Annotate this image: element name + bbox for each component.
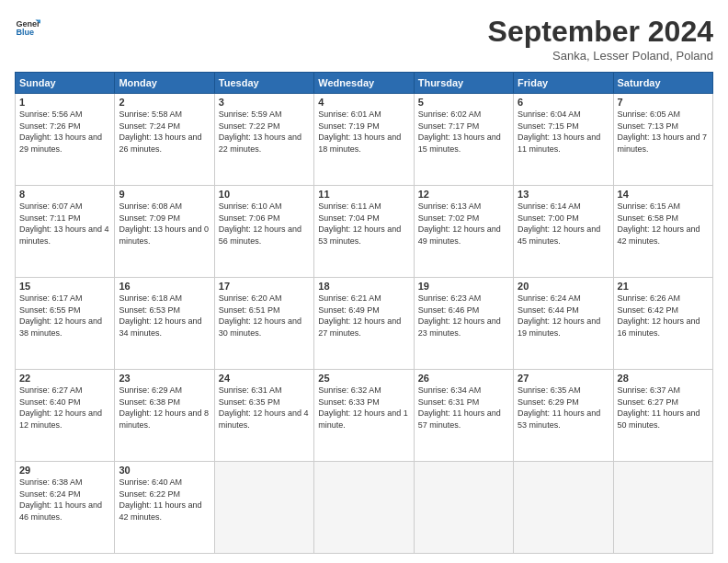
header-monday: Monday (115, 73, 214, 94)
day-info: Sunrise: 6:05 AM Sunset: 7:13 PM Dayligh… (618, 109, 709, 155)
day-info: Sunrise: 6:38 AM Sunset: 6:24 PM Dayligh… (19, 477, 110, 523)
day-info: Sunrise: 6:40 AM Sunset: 6:22 PM Dayligh… (119, 477, 210, 523)
header-thursday: Thursday (414, 73, 513, 94)
calendar-day-cell: 2Sunrise: 5:58 AM Sunset: 7:24 PM Daylig… (115, 94, 214, 186)
subtitle: Sanka, Lesser Poland, Poland (488, 49, 713, 63)
day-info: Sunrise: 6:18 AM Sunset: 6:53 PM Dayligh… (119, 293, 210, 339)
day-info: Sunrise: 6:26 AM Sunset: 6:42 PM Dayligh… (618, 293, 709, 339)
day-number: 26 (418, 373, 509, 384)
calendar-week-row: 22Sunrise: 6:27 AM Sunset: 6:40 PM Dayli… (16, 370, 713, 462)
header: General Blue September 2024 Sanka, Lesse… (15, 15, 713, 63)
day-info: Sunrise: 6:24 AM Sunset: 6:44 PM Dayligh… (518, 293, 609, 339)
day-number: 28 (618, 373, 709, 384)
day-number: 29 (19, 465, 110, 476)
day-number: 11 (318, 189, 409, 200)
day-info: Sunrise: 6:29 AM Sunset: 6:38 PM Dayligh… (119, 385, 210, 431)
day-info: Sunrise: 6:34 AM Sunset: 6:31 PM Dayligh… (418, 385, 509, 431)
day-number: 2 (119, 97, 210, 108)
day-number: 23 (119, 373, 210, 384)
logo-icon: General Blue (15, 15, 40, 40)
day-number: 12 (418, 189, 509, 200)
day-number: 1 (19, 97, 110, 108)
calendar-day-cell: 17Sunrise: 6:20 AM Sunset: 6:51 PM Dayli… (214, 278, 313, 370)
calendar-day-cell: 14Sunrise: 6:15 AM Sunset: 6:58 PM Dayli… (613, 186, 712, 278)
calendar-day-cell: 16Sunrise: 6:18 AM Sunset: 6:53 PM Dayli… (115, 278, 214, 370)
calendar-day-cell: 1Sunrise: 5:56 AM Sunset: 7:26 PM Daylig… (16, 94, 115, 186)
calendar-day-cell (314, 462, 414, 554)
day-number: 30 (119, 465, 210, 476)
calendar-day-cell: 22Sunrise: 6:27 AM Sunset: 6:40 PM Dayli… (16, 370, 115, 462)
svg-text:Blue: Blue (16, 28, 34, 37)
calendar-day-cell: 12Sunrise: 6:13 AM Sunset: 7:02 PM Dayli… (414, 186, 513, 278)
day-info: Sunrise: 6:13 AM Sunset: 7:02 PM Dayligh… (418, 201, 509, 247)
header-friday: Friday (514, 73, 613, 94)
calendar-day-cell: 29Sunrise: 6:38 AM Sunset: 6:24 PM Dayli… (16, 462, 115, 554)
day-number: 22 (19, 373, 110, 384)
day-number: 27 (518, 373, 609, 384)
page: General Blue September 2024 Sanka, Lesse… (0, 0, 728, 563)
day-number: 13 (518, 189, 609, 200)
calendar-day-cell (514, 462, 613, 554)
day-info: Sunrise: 6:14 AM Sunset: 7:00 PM Dayligh… (518, 201, 609, 247)
calendar-day-cell: 18Sunrise: 6:21 AM Sunset: 6:49 PM Dayli… (314, 278, 414, 370)
calendar-day-cell: 27Sunrise: 6:35 AM Sunset: 6:29 PM Dayli… (514, 370, 613, 462)
calendar-day-cell: 7Sunrise: 6:05 AM Sunset: 7:13 PM Daylig… (613, 94, 712, 186)
day-number: 9 (119, 189, 210, 200)
day-info: Sunrise: 6:37 AM Sunset: 6:27 PM Dayligh… (618, 385, 709, 431)
header-wednesday: Wednesday (314, 73, 414, 94)
day-info: Sunrise: 6:01 AM Sunset: 7:19 PM Dayligh… (318, 109, 409, 155)
day-info: Sunrise: 6:15 AM Sunset: 6:58 PM Dayligh… (618, 201, 709, 247)
calendar-day-cell (613, 462, 712, 554)
day-info: Sunrise: 6:11 AM Sunset: 7:04 PM Dayligh… (318, 201, 409, 247)
calendar-day-cell: 23Sunrise: 6:29 AM Sunset: 6:38 PM Dayli… (115, 370, 214, 462)
day-info: Sunrise: 6:17 AM Sunset: 6:55 PM Dayligh… (19, 293, 110, 339)
calendar-day-cell: 21Sunrise: 6:26 AM Sunset: 6:42 PM Dayli… (613, 278, 712, 370)
month-title: September 2024 (488, 15, 713, 49)
calendar-week-row: 1Sunrise: 5:56 AM Sunset: 7:26 PM Daylig… (16, 94, 713, 186)
day-number: 5 (418, 97, 509, 108)
day-number: 20 (518, 281, 609, 292)
day-number: 10 (219, 189, 310, 200)
calendar-table: Sunday Monday Tuesday Wednesday Thursday… (15, 72, 713, 554)
day-info: Sunrise: 6:32 AM Sunset: 6:33 PM Dayligh… (318, 385, 409, 431)
day-info: Sunrise: 6:04 AM Sunset: 7:15 PM Dayligh… (518, 109, 609, 155)
header-tuesday: Tuesday (214, 73, 313, 94)
day-info: Sunrise: 6:20 AM Sunset: 6:51 PM Dayligh… (219, 293, 310, 339)
day-info: Sunrise: 5:58 AM Sunset: 7:24 PM Dayligh… (119, 109, 210, 155)
calendar-day-cell: 6Sunrise: 6:04 AM Sunset: 7:15 PM Daylig… (514, 94, 613, 186)
calendar-day-cell: 28Sunrise: 6:37 AM Sunset: 6:27 PM Dayli… (613, 370, 712, 462)
calendar-day-cell: 9Sunrise: 6:08 AM Sunset: 7:09 PM Daylig… (115, 186, 214, 278)
calendar-week-row: 15Sunrise: 6:17 AM Sunset: 6:55 PM Dayli… (16, 278, 713, 370)
day-number: 17 (219, 281, 310, 292)
header-saturday: Saturday (613, 73, 712, 94)
logo: General Blue (15, 15, 44, 40)
day-number: 15 (19, 281, 110, 292)
calendar-day-cell: 11Sunrise: 6:11 AM Sunset: 7:04 PM Dayli… (314, 186, 414, 278)
day-number: 14 (618, 189, 709, 200)
day-info: Sunrise: 6:21 AM Sunset: 6:49 PM Dayligh… (318, 293, 409, 339)
weekday-header-row: Sunday Monday Tuesday Wednesday Thursday… (16, 73, 713, 94)
day-info: Sunrise: 6:23 AM Sunset: 6:46 PM Dayligh… (418, 293, 509, 339)
day-info: Sunrise: 6:10 AM Sunset: 7:06 PM Dayligh… (219, 201, 310, 247)
day-number: 6 (518, 97, 609, 108)
calendar-day-cell (414, 462, 513, 554)
calendar-day-cell (214, 462, 313, 554)
calendar-day-cell: 25Sunrise: 6:32 AM Sunset: 6:33 PM Dayli… (314, 370, 414, 462)
day-number: 21 (618, 281, 709, 292)
day-number: 3 (219, 97, 310, 108)
day-number: 19 (418, 281, 509, 292)
calendar-day-cell: 10Sunrise: 6:10 AM Sunset: 7:06 PM Dayli… (214, 186, 313, 278)
day-info: Sunrise: 6:27 AM Sunset: 6:40 PM Dayligh… (19, 385, 110, 431)
day-number: 7 (618, 97, 709, 108)
calendar-day-cell: 5Sunrise: 6:02 AM Sunset: 7:17 PM Daylig… (414, 94, 513, 186)
day-number: 18 (318, 281, 409, 292)
day-number: 24 (219, 373, 310, 384)
day-number: 16 (119, 281, 210, 292)
calendar-day-cell: 19Sunrise: 6:23 AM Sunset: 6:46 PM Dayli… (414, 278, 513, 370)
day-info: Sunrise: 6:35 AM Sunset: 6:29 PM Dayligh… (518, 385, 609, 431)
calendar-week-row: 29Sunrise: 6:38 AM Sunset: 6:24 PM Dayli… (16, 462, 713, 554)
day-number: 25 (318, 373, 409, 384)
title-area: September 2024 Sanka, Lesser Poland, Pol… (488, 15, 713, 63)
calendar-day-cell: 20Sunrise: 6:24 AM Sunset: 6:44 PM Dayli… (514, 278, 613, 370)
calendar-day-cell: 8Sunrise: 6:07 AM Sunset: 7:11 PM Daylig… (16, 186, 115, 278)
